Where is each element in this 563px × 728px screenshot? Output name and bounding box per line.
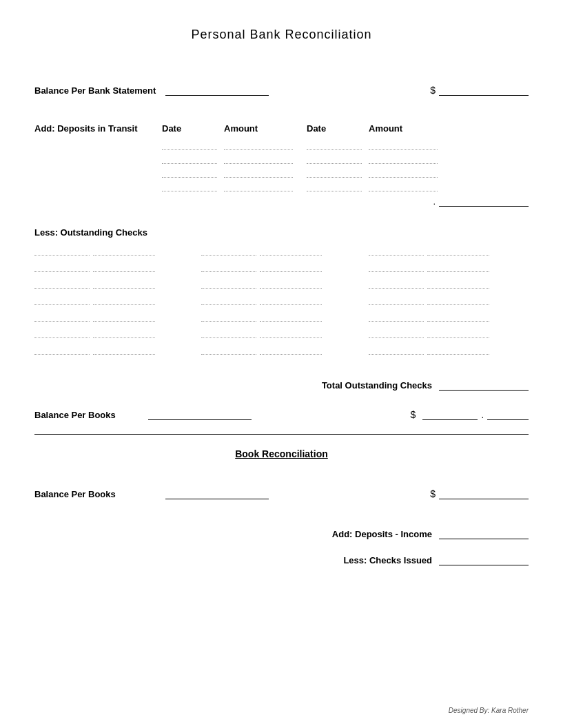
add-deposits-label: Add: Deposits - Income <box>332 529 439 539</box>
deposit-date-3b[interactable] <box>307 167 362 178</box>
books-amount-left[interactable] <box>422 408 478 420</box>
check-date-2-5[interactable] <box>201 311 256 322</box>
check-row-2-3 <box>201 278 361 289</box>
deposit-amount-4a[interactable] <box>224 180 293 191</box>
deposit-date-1b[interactable] <box>307 139 362 150</box>
check-row-1-1 <box>34 245 194 256</box>
deposits-col2-amount: Amount <box>369 123 438 134</box>
check-row-2-6 <box>201 327 361 338</box>
check-amount-2-2[interactable] <box>260 261 322 272</box>
bank-balance-section: Balance Per Bank Statement $ <box>34 83 529 96</box>
checks-group-1 <box>34 245 194 357</box>
books-amount-right[interactable] <box>487 408 529 420</box>
check-date-3-6[interactable] <box>369 327 424 338</box>
check-amount-3-3[interactable] <box>427 278 489 289</box>
deposit-date-2b[interactable] <box>307 153 362 164</box>
check-date-3-4[interactable] <box>369 294 424 305</box>
deposit-row-1 <box>34 139 529 150</box>
check-date-1-1[interactable] <box>34 245 90 256</box>
check-date-2-6[interactable] <box>201 327 256 338</box>
book-balance-label: Balance Per Books <box>34 489 158 499</box>
check-amount-2-1[interactable] <box>260 245 322 256</box>
check-date-1-6[interactable] <box>34 327 90 338</box>
books-balance-input[interactable] <box>148 408 252 420</box>
checks-label: Less: Outstanding Checks <box>34 227 529 238</box>
check-amount-3-4[interactable] <box>427 294 489 305</box>
check-amount-2-6[interactable] <box>260 327 322 338</box>
check-date-3-1[interactable] <box>369 245 424 256</box>
book-balance-input[interactable] <box>165 487 269 499</box>
check-row-1-6 <box>34 327 194 338</box>
check-amount-2-7[interactable] <box>260 344 322 355</box>
deposits-label: Add: Deposits in Transit <box>34 123 162 134</box>
check-date-3-2[interactable] <box>369 261 424 272</box>
total-checks-row: Total Outstanding Checks <box>34 378 529 391</box>
check-amount-2-5[interactable] <box>260 311 322 322</box>
check-row-1-4 <box>34 294 194 305</box>
check-date-2-2[interactable] <box>201 261 256 272</box>
check-date-1-2[interactable] <box>34 261 90 272</box>
deposit-amount-2a[interactable] <box>224 153 293 164</box>
check-amount-1-2[interactable] <box>93 261 155 272</box>
deposit-date-4b[interactable] <box>307 180 362 191</box>
section-divider <box>34 434 529 435</box>
check-amount-3-1[interactable] <box>427 245 489 256</box>
deposit-amount-2b[interactable] <box>369 153 438 164</box>
check-row-2-1 <box>201 245 361 256</box>
deposits-header-row: Add: Deposits in Transit Date Amount Dat… <box>34 123 529 134</box>
less-checks-input[interactable] <box>439 553 529 565</box>
check-amount-1-6[interactable] <box>93 327 155 338</box>
check-date-3-3[interactable] <box>369 278 424 289</box>
main-title: Personal Bank Reconciliation <box>34 28 529 42</box>
books-right: $ . <box>411 408 529 420</box>
bank-balance-amount-input[interactable] <box>439 83 529 96</box>
check-amount-1-7[interactable] <box>93 344 155 355</box>
check-amount-2-4[interactable] <box>260 294 322 305</box>
bank-balance-input[interactable] <box>165 83 269 96</box>
deposit-amount-1a[interactable] <box>224 139 293 150</box>
check-date-2-1[interactable] <box>201 245 256 256</box>
deposits-section: Add: Deposits in Transit Date Amount Dat… <box>34 123 529 207</box>
deposit-date-4a[interactable] <box>162 180 217 191</box>
check-amount-2-3[interactable] <box>260 278 322 289</box>
add-deposits-input[interactable] <box>439 527 529 539</box>
deposits-total-input[interactable] <box>439 194 529 207</box>
check-row-3-4 <box>369 294 529 305</box>
check-date-2-7[interactable] <box>201 344 256 355</box>
deposit-amount-1b[interactable] <box>369 139 438 150</box>
deposit-amount-4b[interactable] <box>369 180 438 191</box>
check-date-2-3[interactable] <box>201 278 256 289</box>
check-amount-1-1[interactable] <box>93 245 155 256</box>
deposit-amount-3a[interactable] <box>224 167 293 178</box>
check-row-3-3 <box>369 278 529 289</box>
check-date-1-5[interactable] <box>34 311 90 322</box>
deposits-col-headers: Date Amount Date Amount <box>162 123 529 134</box>
bank-dollar-sign: $ <box>430 85 439 96</box>
check-amount-3-2[interactable] <box>427 261 489 272</box>
deposits-col1-amount: Amount <box>224 123 293 134</box>
check-date-2-4[interactable] <box>201 294 256 305</box>
check-amount-3-6[interactable] <box>427 327 489 338</box>
check-amount-1-3[interactable] <box>93 278 155 289</box>
check-date-3-5[interactable] <box>369 311 424 322</box>
check-date-3-7[interactable] <box>369 344 424 355</box>
check-row-3-2 <box>369 261 529 272</box>
check-amount-3-5[interactable] <box>427 311 489 322</box>
check-amount-1-4[interactable] <box>93 294 155 305</box>
deposit-date-3a[interactable] <box>162 167 217 178</box>
check-date-1-3[interactable] <box>34 278 90 289</box>
check-date-1-7[interactable] <box>34 344 90 355</box>
deposit-amount-3b[interactable] <box>369 167 438 178</box>
check-amount-3-7[interactable] <box>427 344 489 355</box>
check-amount-1-5[interactable] <box>93 311 155 322</box>
check-row-3-5 <box>369 311 529 322</box>
deposit-date-1a[interactable] <box>162 139 217 150</box>
check-row-1-2 <box>34 261 194 272</box>
check-row-1-5 <box>34 311 194 322</box>
check-date-1-4[interactable] <box>34 294 90 305</box>
total-checks-input[interactable] <box>439 378 529 391</box>
book-balance-amount-input[interactable] <box>439 487 529 499</box>
bank-balance-label: Balance Per Bank Statement <box>34 85 158 96</box>
deposit-date-2a[interactable] <box>162 153 217 164</box>
deposit-row-3 <box>34 167 529 178</box>
